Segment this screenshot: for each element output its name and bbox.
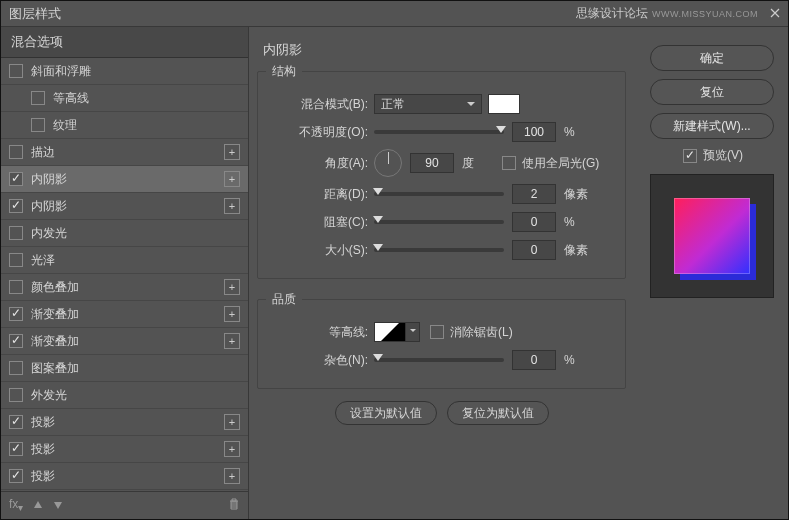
effects-list: 斜面和浮雕等高线纹理描边+内阴影+内阴影+内发光光泽颜色叠加+渐变叠加+渐变叠加… <box>1 58 248 491</box>
choke-unit: % <box>564 215 594 229</box>
effect-item[interactable]: 纹理 <box>1 112 248 139</box>
choke-slider[interactable] <box>374 220 504 224</box>
effect-label: 投影 <box>31 441 55 458</box>
choke-input[interactable] <box>512 212 556 232</box>
blend-options-header[interactable]: 混合选项 <box>1 27 248 58</box>
fx-icon[interactable]: fx▾ <box>9 497 23 513</box>
effect-item[interactable]: 渐变叠加+ <box>1 328 248 355</box>
new-style-button[interactable]: 新建样式(W)... <box>650 113 774 139</box>
quality-legend: 品质 <box>266 291 302 308</box>
effect-checkbox[interactable] <box>31 118 45 132</box>
add-effect-icon[interactable]: + <box>224 144 240 160</box>
contour-label: 等高线: <box>266 324 368 341</box>
effect-item[interactable]: 光泽 <box>1 247 248 274</box>
add-effect-icon[interactable]: + <box>224 414 240 430</box>
effect-label: 描边 <box>31 144 55 161</box>
add-effect-icon[interactable]: + <box>224 468 240 484</box>
brand-name: 思缘设计论坛 <box>576 5 648 22</box>
move-up-icon[interactable] <box>33 499 43 513</box>
opacity-slider[interactable] <box>374 130 504 134</box>
opacity-unit: % <box>564 125 594 139</box>
effect-checkbox[interactable] <box>9 172 23 186</box>
effect-checkbox[interactable] <box>9 145 23 159</box>
angle-input[interactable] <box>410 153 454 173</box>
effect-checkbox[interactable] <box>9 253 23 267</box>
blend-mode-select[interactable]: 正常 <box>374 94 482 114</box>
size-label: 大小(S): <box>266 242 368 259</box>
effect-checkbox[interactable] <box>9 388 23 402</box>
effect-checkbox[interactable] <box>31 91 45 105</box>
distance-input[interactable] <box>512 184 556 204</box>
effect-item[interactable]: 内阴影+ <box>1 166 248 193</box>
quality-group: 品质 等高线: 消除锯齿(L) 杂色(N): % <box>257 291 626 389</box>
effect-item[interactable]: 图案叠加 <box>1 355 248 382</box>
size-slider[interactable] <box>374 248 504 252</box>
effect-checkbox[interactable] <box>9 334 23 348</box>
color-swatch[interactable] <box>488 94 520 114</box>
effect-checkbox[interactable] <box>9 442 23 456</box>
noise-input[interactable] <box>512 350 556 370</box>
effect-checkbox[interactable] <box>9 280 23 294</box>
effect-label: 内发光 <box>31 225 67 242</box>
effect-label: 图案叠加 <box>31 360 79 377</box>
effect-checkbox[interactable] <box>9 226 23 240</box>
effect-item[interactable]: 渐变叠加+ <box>1 301 248 328</box>
effect-checkbox[interactable] <box>9 307 23 321</box>
effect-item[interactable]: 颜色叠加+ <box>1 274 248 301</box>
right-panel: 确定 复位 新建样式(W)... 预览(V) <box>638 27 788 519</box>
opacity-label: 不透明度(O): <box>266 124 368 141</box>
angle-label: 角度(A): <box>266 155 368 172</box>
effect-item[interactable]: 投影+ <box>1 409 248 436</box>
make-default-button[interactable]: 设置为默认值 <box>335 401 437 425</box>
contour-swatch[interactable] <box>374 322 406 342</box>
contour-dropdown[interactable] <box>406 322 420 342</box>
angle-dial[interactable] <box>374 149 402 177</box>
brand-url: WWW.MISSYUAN.COM <box>652 9 758 19</box>
add-effect-icon[interactable]: + <box>224 441 240 457</box>
add-effect-icon[interactable]: + <box>224 171 240 187</box>
effect-item[interactable]: 投影+ <box>1 436 248 463</box>
effects-list-panel: 混合选项 斜面和浮雕等高线纹理描边+内阴影+内阴影+内发光光泽颜色叠加+渐变叠加… <box>1 27 249 519</box>
effect-item[interactable]: 描边+ <box>1 139 248 166</box>
global-light-checkbox[interactable]: 使用全局光(G) <box>502 155 599 172</box>
distance-slider[interactable] <box>374 192 504 196</box>
ok-button[interactable]: 确定 <box>650 45 774 71</box>
effect-checkbox[interactable] <box>9 199 23 213</box>
effect-item[interactable]: 内阴影+ <box>1 193 248 220</box>
content: 混合选项 斜面和浮雕等高线纹理描边+内阴影+内阴影+内发光光泽颜色叠加+渐变叠加… <box>1 27 788 519</box>
effect-checkbox[interactable] <box>9 469 23 483</box>
reset-default-button[interactable]: 复位为默认值 <box>447 401 549 425</box>
antialias-checkbox[interactable]: 消除锯齿(L) <box>430 324 513 341</box>
effect-checkbox[interactable] <box>9 64 23 78</box>
preview-checkbox[interactable]: 预览(V) <box>650 147 776 164</box>
add-effect-icon[interactable]: + <box>224 306 240 322</box>
effect-item[interactable]: 斜面和浮雕 <box>1 58 248 85</box>
close-icon[interactable] <box>770 7 780 21</box>
distance-label: 距离(D): <box>266 186 368 203</box>
trash-icon[interactable] <box>228 498 240 513</box>
effect-item[interactable]: 内发光 <box>1 220 248 247</box>
opacity-input[interactable] <box>512 122 556 142</box>
noise-label: 杂色(N): <box>266 352 368 369</box>
choke-label: 阻塞(C): <box>266 214 368 231</box>
effect-item[interactable]: 投影+ <box>1 463 248 490</box>
window-title: 图层样式 <box>9 5 576 23</box>
effect-checkbox[interactable] <box>9 415 23 429</box>
effect-checkbox[interactable] <box>9 361 23 375</box>
effect-label: 等高线 <box>53 90 89 107</box>
effect-label: 投影 <box>31 468 55 485</box>
add-effect-icon[interactable]: + <box>224 333 240 349</box>
effect-label: 纹理 <box>53 117 77 134</box>
effect-item[interactable]: 外发光 <box>1 382 248 409</box>
effect-item[interactable]: 等高线 <box>1 85 248 112</box>
add-effect-icon[interactable]: + <box>224 198 240 214</box>
angle-unit: 度 <box>462 155 492 172</box>
size-input[interactable] <box>512 240 556 260</box>
move-down-icon[interactable] <box>53 499 63 513</box>
distance-unit: 像素 <box>564 186 594 203</box>
cancel-button[interactable]: 复位 <box>650 79 774 105</box>
noise-slider[interactable] <box>374 358 504 362</box>
add-effect-icon[interactable]: + <box>224 279 240 295</box>
panel-title: 内阴影 <box>263 41 626 59</box>
structure-legend: 结构 <box>266 63 302 80</box>
